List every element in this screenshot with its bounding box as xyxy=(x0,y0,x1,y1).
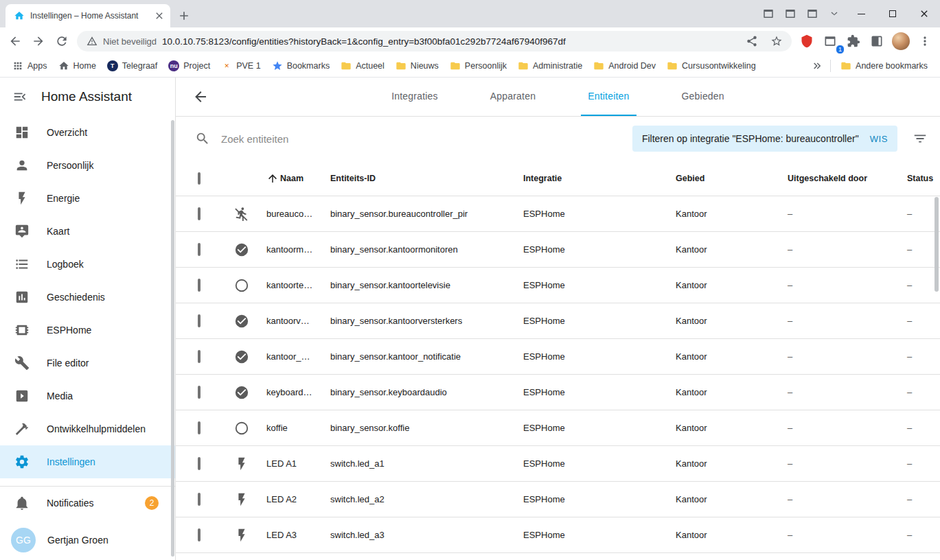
bookmark-item-cursusontwikkeling[interactable]: Cursusontwikkeling xyxy=(661,58,761,74)
table-row[interactable]: LED A2 switch.led_a2 ESPHome Kantoor – – xyxy=(176,482,940,517)
side-panel-icon[interactable] xyxy=(866,30,888,52)
sidebar-item-media[interactable]: Media xyxy=(0,380,175,412)
table-row[interactable]: kantoorte… binary_sensor.kantoortelevisi… xyxy=(176,268,940,303)
table-row[interactable]: koffie binary_sensor.koffie ESPHome Kant… xyxy=(176,410,940,446)
sidebar-item-esphome[interactable]: ESPHome xyxy=(0,314,175,347)
table-row[interactable]: LED A3 switch.led_a3 ESPHome Kantoor – – xyxy=(176,517,940,553)
sidebar-item-logboek[interactable]: Logboek xyxy=(0,248,175,281)
row-checkbox[interactable] xyxy=(198,350,200,363)
back-button[interactable] xyxy=(192,89,209,105)
column-header-entiteits-id[interactable]: Entiteits-ID xyxy=(324,174,516,183)
sidebar-item-notificaties[interactable]: Notificaties 2 xyxy=(0,487,175,520)
row-checkbox[interactable] xyxy=(198,279,200,292)
bookmark-item-bookmarks[interactable]: Bookmarks xyxy=(266,58,336,74)
row-checkbox[interactable] xyxy=(198,421,200,434)
bookmark-item-home[interactable]: Home xyxy=(53,58,102,74)
sidebar-item-overzicht[interactable]: Overzicht xyxy=(0,116,175,149)
filter-chip-label: Filteren op integratie "ESPHome: bureauc… xyxy=(642,133,859,144)
window-layout-icon-3[interactable] xyxy=(806,8,818,20)
maximize-button[interactable] xyxy=(877,0,908,27)
other-bookmarks[interactable]: Andere bookmarks xyxy=(835,58,933,74)
back-nav-icon[interactable] xyxy=(4,30,26,52)
row-checkbox[interactable] xyxy=(198,207,200,220)
table-row[interactable]: kantoorv… binary_sensor.kantoorversterke… xyxy=(176,303,940,339)
filter-clear-button[interactable]: WIS xyxy=(870,134,888,144)
table-row[interactable]: kantoor_… binary_sensor.kantoor_notifica… xyxy=(176,339,940,375)
table-scrollbar[interactable] xyxy=(935,197,939,292)
table-row[interactable]: LED A1 switch.led_a1 ESPHome Kantoor – – xyxy=(176,446,940,482)
sidebar-item-geschiedenis[interactable]: Geschiedenis xyxy=(0,281,175,314)
user-name: Gertjan Groen xyxy=(47,535,108,546)
row-checkbox[interactable] xyxy=(198,493,200,506)
home-icon xyxy=(58,60,69,71)
tab-gebieden[interactable]: Gebieden xyxy=(675,78,731,116)
sidebar-item-label: Geschiedenis xyxy=(47,292,105,303)
bookmark-star-icon[interactable] xyxy=(767,35,786,47)
tab-entiteiten[interactable]: Entiteiten xyxy=(581,78,636,116)
tab-close-icon[interactable] xyxy=(154,10,165,21)
not-secure-warning-icon[interactable] xyxy=(87,36,98,47)
address-bar[interactable]: Niet beveiligd 10.0.10.75:8123/config/en… xyxy=(77,31,792,51)
row-checkbox[interactable] xyxy=(198,386,200,399)
cell-name: kantoorm… xyxy=(258,244,324,255)
search-input[interactable] xyxy=(220,132,623,145)
bookmark-label: Home xyxy=(73,61,96,71)
ublock-extension-icon[interactable] xyxy=(796,30,818,52)
bookmark-item-project[interactable]: nu Project xyxy=(163,58,216,74)
forward-nav-icon[interactable] xyxy=(27,30,49,52)
bookmarks-overflow-icon[interactable] xyxy=(808,60,826,72)
column-header-uitgeschakeld-door[interactable]: Uitgeschakeld door xyxy=(782,174,904,183)
sidebar-item-instellingen[interactable]: Instellingen xyxy=(0,445,175,478)
sidebar-user[interactable]: GG Gertjan Groen xyxy=(0,520,175,560)
column-header-integratie[interactable]: Integratie xyxy=(516,174,671,183)
bookmark-item-nieuws[interactable]: Nieuws xyxy=(390,58,444,74)
table-row[interactable]: kantoorm… binary_sensor.kantoormonitoren… xyxy=(176,232,940,268)
hammer-icon xyxy=(14,421,30,436)
row-checkbox[interactable] xyxy=(198,314,200,327)
row-checkbox[interactable] xyxy=(198,243,200,256)
new-tab-button[interactable] xyxy=(177,9,191,23)
select-all-checkbox[interactable] xyxy=(198,172,200,185)
browser-menu-icon[interactable] xyxy=(914,30,936,52)
column-header-gebied[interactable]: Gebied xyxy=(671,174,782,183)
tab-integraties[interactable]: Integraties xyxy=(385,78,445,116)
bookmark-item-persoonlijk[interactable]: Persoonlijk xyxy=(444,58,512,74)
tab-search-chevron-icon[interactable] xyxy=(828,8,840,20)
close-window-button[interactable] xyxy=(908,0,940,27)
table-row[interactable]: keyboard… binary_sensor.keyboardaudio ES… xyxy=(176,375,940,410)
minimize-button[interactable] xyxy=(845,0,877,27)
bookmark-item-actueel[interactable]: Actueel xyxy=(335,58,390,74)
extensions-puzzle-icon[interactable] xyxy=(842,30,864,52)
sidebar-toggle-icon[interactable] xyxy=(12,89,27,104)
bookmark-item-telegraaf[interactable]: T Telegraaf xyxy=(102,58,163,74)
window-layout-icon-1[interactable] xyxy=(762,8,775,20)
bookmark-item-pve-1[interactable]: ✕ PVE 1 xyxy=(216,58,266,74)
sidebar-item-energie[interactable]: Energie xyxy=(0,182,175,215)
share-icon[interactable] xyxy=(742,35,761,47)
sidebar-item-persoonlijk[interactable]: Persoonlijk xyxy=(0,149,175,182)
cell-disabled-by: – xyxy=(782,351,904,362)
sidebar-item-file-editor[interactable]: File editor xyxy=(0,347,175,380)
column-header-naam[interactable]: Naam xyxy=(258,172,324,185)
sidebar-scrollbar[interactable] xyxy=(171,120,174,557)
column-header-status[interactable]: Status xyxy=(904,174,932,183)
reload-icon[interactable] xyxy=(51,30,73,52)
window-layout-icon-2[interactable] xyxy=(784,8,796,20)
bookmark-label: Bookmarks xyxy=(287,61,330,71)
extension-with-badge-icon[interactable]: 1 xyxy=(819,30,841,52)
filter-icon[interactable] xyxy=(913,131,928,146)
bookmark-item-administratie[interactable]: Administratie xyxy=(512,58,588,74)
cell-integration: ESPHome xyxy=(516,351,671,362)
row-checkbox[interactable] xyxy=(198,457,200,470)
apps-shortcut[interactable]: Apps xyxy=(7,58,53,74)
url-text[interactable]: 10.0.10.75:8123/config/entities?historyB… xyxy=(162,36,737,47)
row-checkbox[interactable] xyxy=(198,528,200,541)
sidebar-item-ontwikkelhulpmiddelen[interactable]: Ontwikkelhulpmiddelen xyxy=(0,412,175,445)
bookmark-item-android-dev[interactable]: Android Dev xyxy=(588,58,661,74)
cell-name: kantoorv… xyxy=(258,316,324,326)
tab-apparaten[interactable]: Apparaten xyxy=(483,78,542,116)
profile-avatar[interactable] xyxy=(892,32,910,50)
browser-tab[interactable]: Instellingen – Home Assistant xyxy=(5,4,170,27)
sidebar-item-kaart[interactable]: Kaart xyxy=(0,215,175,248)
table-row[interactable]: bureauco… binary_sensor.bureaucontroller… xyxy=(176,196,940,232)
